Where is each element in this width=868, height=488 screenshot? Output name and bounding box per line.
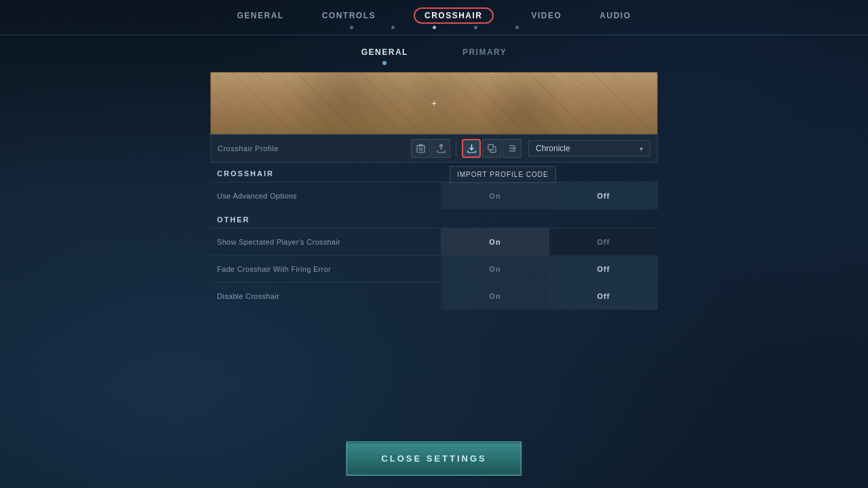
close-settings-container: CLOSE SETTINGS: [346, 441, 521, 476]
sub-navigation: GENERAL PRIMARY: [334, 45, 534, 60]
nav-item-video[interactable]: VIDEO: [513, 7, 581, 24]
reorder-icon: [508, 144, 517, 152]
disable-crosshair-options: On Off: [441, 283, 658, 310]
nav-label-crosshair: CROSSHAIR: [414, 7, 494, 24]
nav-item-audio[interactable]: AUDIO: [580, 7, 650, 24]
nav-label-audio: AUDIO: [599, 11, 631, 20]
show-spectated-crosshair-options: On Off: [441, 228, 658, 256]
crosshair-profile-row: Crosshair Profile: [210, 134, 658, 163]
import-profile-button[interactable]: IMPORT PROFILE CODE: [462, 139, 481, 158]
reorder-profiles-button[interactable]: [502, 139, 521, 158]
use-advanced-options-on[interactable]: On: [441, 182, 549, 209]
disable-crosshair-on[interactable]: On: [441, 283, 549, 310]
nav-label-video: VIDEO: [532, 11, 562, 20]
sub-nav-general[interactable]: GENERAL: [334, 45, 435, 60]
show-spectated-crosshair-on[interactable]: On: [441, 228, 549, 256]
use-advanced-options-row: Use Advanced Options On Off: [210, 182, 658, 209]
dropdown-arrow-icon: ▾: [639, 145, 643, 152]
dot-video: [474, 26, 477, 29]
profile-actions: IMPORT PROFILE CODE: [411, 139, 521, 158]
fade-with-firing-error-row: Fade Crosshair With Firing Error On Off: [210, 255, 658, 282]
close-settings-button[interactable]: CLOSE SETTINGS: [346, 441, 521, 476]
sub-nav-label-general: GENERAL: [361, 47, 408, 57]
nav-dot-video: [455, 24, 496, 29]
profile-selected-name: Chronicle: [536, 144, 634, 153]
sub-nav-label-primary: PRIMARY: [462, 47, 507, 57]
settings-panel: Crosshair Profile: [210, 134, 658, 309]
delete-profile-button[interactable]: [411, 139, 430, 158]
use-advanced-options-options: On Off: [441, 182, 658, 209]
nav-dot-crosshair: [414, 24, 455, 29]
nav-label-general: GENERAL: [237, 11, 283, 20]
profile-label: Crosshair Profile: [218, 144, 411, 152]
disable-crosshair-label: Disable Crosshair: [210, 292, 441, 300]
show-spectated-crosshair-off[interactable]: Off: [549, 228, 658, 256]
nav-dot-general: [331, 24, 372, 29]
fade-with-firing-error-on[interactable]: On: [441, 256, 549, 283]
disable-crosshair-row: Disable Crosshair On Off: [210, 282, 658, 309]
nav-divider: [0, 35, 868, 35]
nav-item-general[interactable]: GENERAL: [218, 7, 302, 24]
show-spectated-crosshair-label: Show Spectated Player's Crosshair: [210, 238, 441, 246]
copy-profile-button[interactable]: [482, 139, 501, 158]
export-icon: [437, 144, 446, 153]
import-icon: [467, 144, 476, 153]
svg-rect-9: [488, 144, 492, 149]
section-title-crosshair: CROSSHAIR: [217, 169, 274, 178]
dot-audio: [515, 26, 519, 29]
section-header-crosshair: CROSSHAIR: [210, 163, 658, 182]
sub-nav-primary[interactable]: PRIMARY: [435, 45, 534, 60]
nav-dot-controls: [372, 24, 414, 29]
show-spectated-crosshair-row: Show Spectated Player's Crosshair On Off: [210, 228, 658, 255]
delete-icon: [416, 144, 425, 153]
main-container: GENERAL CONTROLS CROSSHAIR VIDEO AUDIO G…: [0, 0, 868, 488]
use-advanced-options-off[interactable]: Off: [549, 182, 658, 209]
nav-dot-audio: [496, 24, 538, 29]
nav-dots-row: [0, 24, 868, 29]
dot-general: [350, 26, 353, 29]
copy-icon: [488, 144, 496, 153]
fade-with-firing-error-off[interactable]: Off: [549, 256, 658, 283]
nav-item-controls[interactable]: CONTROLS: [303, 7, 395, 24]
crosshair-preview: +: [210, 72, 658, 134]
nav-item-crosshair[interactable]: CROSSHAIR: [395, 7, 513, 24]
section-header-other: OTHER: [210, 209, 658, 228]
fade-with-firing-error-options: On Off: [441, 256, 658, 283]
profile-divider: [456, 140, 456, 157]
dot-crosshair: [433, 26, 436, 29]
fade-with-firing-error-label: Fade Crosshair With Firing Error: [210, 265, 441, 273]
top-navigation: GENERAL CONTROLS CROSSHAIR VIDEO AUDIO: [0, 0, 868, 24]
nav-label-controls: CONTROLS: [322, 11, 376, 20]
section-title-other: OTHER: [217, 216, 250, 224]
use-advanced-options-label: Use Advanced Options: [210, 192, 441, 200]
export-profile-button[interactable]: [431, 139, 450, 158]
dot-controls: [391, 26, 395, 29]
disable-crosshair-off[interactable]: Off: [549, 283, 658, 310]
profile-dropdown[interactable]: Chronicle ▾: [528, 140, 650, 157]
crosshair-symbol: +: [431, 98, 437, 108]
